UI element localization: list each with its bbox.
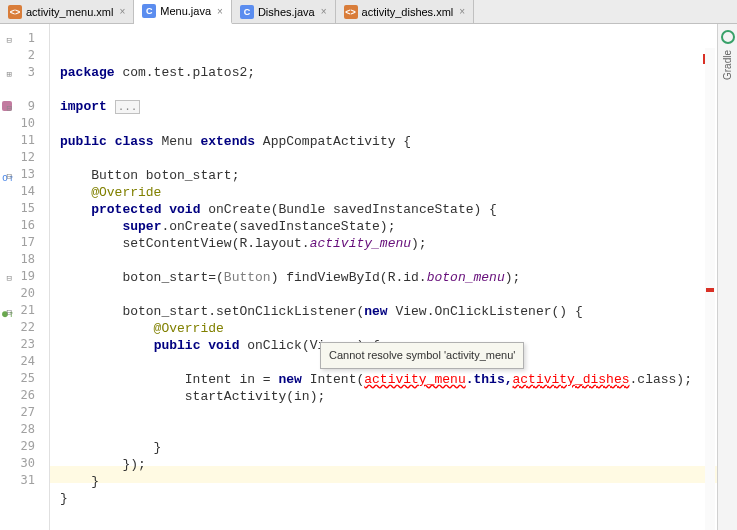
close-icon[interactable]: × xyxy=(119,6,125,17)
fold-toggle-icon[interactable]: ⊞ xyxy=(2,66,12,76)
cast-button: Button xyxy=(224,270,271,285)
brace2: }); xyxy=(60,457,146,472)
line-number: 14 xyxy=(0,183,49,200)
close-paren: ); xyxy=(411,236,427,251)
error-stripe[interactable] xyxy=(705,48,715,530)
line-number: 28 xyxy=(0,421,49,438)
kw-new2: new xyxy=(278,372,301,387)
xml-file-icon: <> xyxy=(344,5,358,19)
class-suffix: .class); xyxy=(630,372,692,387)
keyword-package: package xyxy=(60,65,115,80)
brace1: } xyxy=(60,440,161,455)
line-gutter: 1⊟23⊞9⊟10111213o↑⊟141516171819⊟2021●↑⊟22… xyxy=(0,24,50,530)
setonclick: boton_start.setOnClickListener( xyxy=(60,304,364,319)
startactivity: startActivity(in); xyxy=(60,389,325,404)
boton-assign: boton_start=( xyxy=(60,270,224,285)
line-number: 13o↑⊟ xyxy=(0,166,49,183)
code-content[interactable]: package com.test.platos2; import ... pub… xyxy=(50,24,737,530)
kw-public: public xyxy=(60,134,107,149)
findviewbyid: ) findViewById(R.id. xyxy=(271,270,427,285)
tab-activity_dishes-xml[interactable]: <>activity_dishes.xml× xyxy=(336,0,475,23)
line-number xyxy=(0,81,49,98)
class-name: Menu xyxy=(154,134,201,149)
kw-extends: extends xyxy=(200,134,255,149)
error-tooltip: Cannot resolve symbol 'activity_menu' xyxy=(320,342,524,369)
tab-label: activity_dishes.xml xyxy=(362,6,454,18)
setcontentview: setContentView(R.layout. xyxy=(60,236,310,251)
kw-protected: protected xyxy=(91,202,161,217)
fold-toggle-icon[interactable]: ⊟ xyxy=(2,304,12,314)
line-number: 23 xyxy=(0,336,49,353)
line-number: 27 xyxy=(0,404,49,421)
kw-class: class xyxy=(115,134,154,149)
brace3: } xyxy=(60,474,99,489)
xml-file-icon: <> xyxy=(8,5,22,19)
line-number: 2 xyxy=(0,47,49,64)
line-number: 19⊟ xyxy=(0,268,49,285)
line-number: 10 xyxy=(0,115,49,132)
fold-toggle-icon[interactable]: ⊟ xyxy=(2,32,12,42)
tab-label: activity_menu.xml xyxy=(26,6,113,18)
tab-label: Menu.java xyxy=(160,5,211,17)
line-number: 22 xyxy=(0,319,49,336)
kw-new: new xyxy=(364,304,387,319)
annotation-override: @Override xyxy=(60,185,161,200)
error-mark[interactable] xyxy=(706,288,714,292)
intent-open: Intent( xyxy=(302,372,364,387)
line-number: 15 xyxy=(0,200,49,217)
tab-label: Dishes.java xyxy=(258,6,315,18)
keyword-import: import xyxy=(60,99,107,114)
error-activity-menu: activity_menu xyxy=(364,372,465,387)
java-file-icon: C xyxy=(240,5,254,19)
fold-toggle-icon[interactable]: ⊟ xyxy=(2,270,12,280)
kw-this: .this, xyxy=(466,372,513,387)
line-number: 26 xyxy=(0,387,49,404)
tab-activity_menu-xml[interactable]: <>activity_menu.xml× xyxy=(0,0,134,23)
annotation-override2: @Override xyxy=(60,321,224,336)
close-icon[interactable]: × xyxy=(217,6,223,17)
line-number: 16 xyxy=(0,217,49,234)
gradle-label[interactable]: Gradle xyxy=(722,50,733,80)
line-number: 12 xyxy=(0,149,49,166)
method-oncreate: onCreate(Bundle savedInstanceState) { xyxy=(200,202,496,217)
error-activity-dishes: activity_dishes xyxy=(513,372,630,387)
close-paren2: ); xyxy=(505,270,521,285)
line-number: 29 xyxy=(0,438,49,455)
kw-super: super xyxy=(122,219,161,234)
tab-Menu-java[interactable]: CMenu.java× xyxy=(134,0,232,24)
line-number: 24 xyxy=(0,353,49,370)
line-number: 20 xyxy=(0,285,49,302)
package-name: com.test.platos2; xyxy=(115,65,255,80)
java-file-icon: C xyxy=(142,4,156,18)
kw-public2: public xyxy=(154,338,201,353)
side-toolbar: Gradle xyxy=(717,24,737,530)
line-number: 25 xyxy=(0,370,49,387)
line-number: 1⊟ xyxy=(0,30,49,47)
field-decl: Button boton_start; xyxy=(60,168,239,183)
intent-decl: Intent in = xyxy=(60,372,278,387)
editor-area: 1⊟23⊞9⊟10111213o↑⊟141516171819⊟2021●↑⊟22… xyxy=(0,24,737,530)
brace4: } xyxy=(60,491,68,506)
fold-toggle-icon[interactable]: ⊟ xyxy=(2,100,12,110)
tab-Dishes-java[interactable]: CDishes.java× xyxy=(232,0,336,23)
fold-imports[interactable]: ... xyxy=(115,100,141,114)
gradle-icon[interactable] xyxy=(721,30,735,44)
line-number: 9⊟ xyxy=(0,98,49,115)
ref-activity-menu: activity_menu xyxy=(310,236,411,251)
fold-toggle-icon[interactable]: ⊟ xyxy=(2,168,12,178)
line-number: 18 xyxy=(0,251,49,268)
line-number: 31 xyxy=(0,472,49,489)
view-listener: View.OnClickListener() { xyxy=(388,304,583,319)
kw-void2: void xyxy=(208,338,239,353)
line-number: 21●↑⊟ xyxy=(0,302,49,319)
line-number: 11 xyxy=(0,132,49,149)
line-number: 3⊞ xyxy=(0,64,49,81)
close-icon[interactable]: × xyxy=(321,6,327,17)
extends-name: AppCompatActivity { xyxy=(255,134,411,149)
editor-tabs: <>activity_menu.xml×CMenu.java×CDishes.j… xyxy=(0,0,737,24)
line-number: 17 xyxy=(0,234,49,251)
kw-void: void xyxy=(169,202,200,217)
close-icon[interactable]: × xyxy=(459,6,465,17)
ref-boton-menu: boton_menu xyxy=(427,270,505,285)
super-call: .onCreate(savedInstanceState); xyxy=(161,219,395,234)
